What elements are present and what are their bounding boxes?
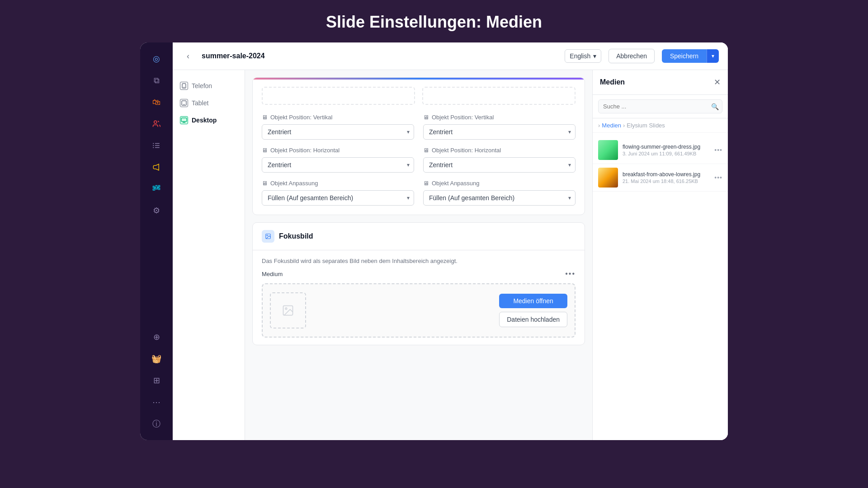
right-vertical-label: 🖥 Objekt Position: Vertikal bbox=[423, 114, 576, 121]
breadcrumb-separator: › bbox=[623, 122, 625, 129]
media-thumb-breakfast bbox=[598, 168, 618, 188]
medium-row: Medium ••• bbox=[262, 270, 576, 278]
nav-label-desktop: Desktop bbox=[192, 117, 217, 124]
fokusbild-card: Fokusbild Das Fokusbild wird als separat… bbox=[252, 222, 585, 345]
media-panel-title: Medien bbox=[600, 78, 625, 86]
sidebar: ◎ ⧉ 🛍 ⚙ ⊕ 🧺 ⊞ ⋯ ⓘ bbox=[140, 42, 173, 440]
left-nav: Telefon Tablet Desktop bbox=[173, 70, 245, 440]
nav-item-desktop[interactable]: Desktop bbox=[173, 112, 245, 129]
medium-label: Medium bbox=[262, 271, 283, 277]
right-anpassung: 🖥 Objekt Anpassung Füllen (Auf gesamten … bbox=[423, 180, 576, 206]
save-dropdown-button[interactable]: ▾ bbox=[707, 49, 719, 63]
sidebar-icon-more[interactable]: ⋯ bbox=[147, 393, 165, 411]
sidebar-icon-layers[interactable]: ⧉ bbox=[147, 71, 165, 89]
monitor-icon5: 🖥 bbox=[423, 147, 429, 154]
right-anpassung-select-wrapper: Füllen (Auf gesamten Bereich) Anpassen S… bbox=[423, 190, 576, 206]
right-horizontal-position: 🖥 Objekt Position: Horizontal Zentriert … bbox=[423, 147, 576, 173]
media-search-input[interactable] bbox=[598, 99, 722, 113]
desktop-icon bbox=[180, 116, 188, 124]
monitor-icon: 🖥 bbox=[262, 114, 268, 121]
fokusbild-title: Fokusbild bbox=[279, 232, 313, 240]
sidebar-icon-add[interactable]: ⊕ bbox=[147, 328, 165, 346]
sidebar-icon-puzzle[interactable] bbox=[147, 180, 165, 198]
media-meta-breakfast: 21. Mai 2024 um 18:48, 616.25KB bbox=[623, 178, 710, 184]
upload-buttons: Medien öffnen Dateien hochladen bbox=[499, 294, 567, 327]
svg-point-5 bbox=[153, 145, 154, 146]
position-card: 🖥 Objekt Position: Vertikal Zentriert Li… bbox=[252, 77, 585, 215]
left-vertical-position: 🖥 Objekt Position: Vertikal Zentriert Li… bbox=[262, 114, 414, 140]
media-upload-area: Medien öffnen Dateien hochladen bbox=[262, 283, 576, 338]
save-button[interactable]: Speichern bbox=[662, 49, 707, 63]
fokusbild-body: Das Fokusbild wird als separates Bild ne… bbox=[253, 250, 585, 345]
sidebar-icon-info[interactable]: ⓘ bbox=[147, 415, 165, 433]
left-vertical-select-wrapper: Zentriert Links Rechts Oben Unten bbox=[262, 124, 414, 140]
left-vertical-select[interactable]: Zentriert Links Rechts Oben Unten bbox=[262, 124, 414, 140]
sidebar-icon-settings[interactable]: ⚙ bbox=[147, 202, 165, 220]
left-anpassung: 🖥 Objekt Anpassung Füllen (Auf gesamten … bbox=[262, 180, 414, 206]
right-anpassung-select[interactable]: Füllen (Auf gesamten Bereich) Anpassen S… bbox=[423, 190, 576, 206]
left-horizontal-select[interactable]: Zentriert Links Rechts bbox=[262, 157, 414, 173]
media-item-breakfast[interactable]: breakfast-from-above-lowres.jpg 21. Mai … bbox=[593, 164, 728, 192]
page-title: Slide Einstellungen: Medien bbox=[0, 0, 868, 42]
image-placeholder bbox=[270, 292, 306, 328]
nav-item-tablet[interactable]: Tablet bbox=[173, 94, 245, 112]
media-thumb-dress bbox=[598, 140, 618, 160]
media-item-more-button-dress[interactable]: ••• bbox=[714, 146, 722, 154]
language-selector[interactable]: English ▾ bbox=[565, 49, 601, 63]
chevron-right-icon: › bbox=[598, 122, 600, 129]
right-anpassung-label: 🖥 Objekt Anpassung bbox=[423, 180, 576, 187]
cancel-button[interactable]: Abbrechen bbox=[609, 49, 655, 63]
fokusbild-header: Fokusbild bbox=[253, 223, 585, 250]
right-horizontal-select-wrapper: Zentriert Links Rechts bbox=[423, 157, 576, 173]
open-media-button[interactable]: Medien öffnen bbox=[499, 294, 567, 308]
search-icon: 🔍 bbox=[711, 103, 719, 110]
right-vertical-select-wrapper: Zentriert Links Rechts Oben Unten bbox=[423, 124, 576, 140]
sidebar-icon-shop[interactable]: 🛍 bbox=[147, 93, 165, 111]
left-horizontal-select-wrapper: Zentriert Links Rechts bbox=[262, 157, 414, 173]
telefon-icon bbox=[180, 82, 188, 90]
monitor-icon3: 🖥 bbox=[262, 180, 268, 187]
svg-point-4 bbox=[153, 143, 154, 144]
left-horizontal-position: 🖥 Objekt Position: Horizontal Zentriert … bbox=[262, 147, 414, 173]
language-value: English bbox=[570, 52, 590, 60]
media-item[interactable]: flowing-summer-green-dress.jpg 3. Juni 2… bbox=[593, 136, 728, 164]
content-area: ‹ summer-sale-2024 English ▾ Abbrechen S… bbox=[173, 42, 728, 440]
upload-button[interactable]: Dateien hochladen bbox=[499, 312, 567, 327]
fokusbild-description: Das Fokusbild wird als separates Bild ne… bbox=[262, 258, 576, 264]
sidebar-icon-megaphone[interactable] bbox=[147, 158, 165, 176]
sidebar-icon-users[interactable] bbox=[147, 115, 165, 133]
tablet-icon bbox=[180, 99, 188, 107]
breadcrumb-root[interactable]: Medien bbox=[602, 122, 621, 129]
media-name-breakfast: breakfast-from-above-lowres.jpg bbox=[623, 171, 710, 178]
media-item-more-button-breakfast[interactable]: ••• bbox=[714, 174, 722, 181]
media-search: 🔍 bbox=[593, 95, 728, 118]
media-panel-header: Medien ✕ bbox=[593, 70, 728, 95]
media-list: flowing-summer-green-dress.jpg 3. Juni 2… bbox=[593, 133, 728, 440]
monitor-icon2: 🖥 bbox=[262, 147, 268, 154]
right-vertical-select[interactable]: Zentriert Links Rechts Oben Unten bbox=[423, 124, 576, 140]
media-info-dress: flowing-summer-green-dress.jpg 3. Juni 2… bbox=[623, 144, 710, 156]
save-button-group: Speichern ▾ bbox=[662, 49, 719, 63]
right-vertical-position: 🖥 Objekt Position: Vertikal Zentriert Li… bbox=[423, 114, 576, 140]
back-button[interactable]: ‹ bbox=[182, 50, 194, 62]
nav-label-telefon: Telefon bbox=[192, 82, 212, 89]
main-scroll[interactable]: 🖥 Objekt Position: Vertikal Zentriert Li… bbox=[245, 70, 592, 440]
svg-rect-11 bbox=[181, 118, 187, 122]
project-name: summer-sale-2024 bbox=[202, 52, 557, 60]
sidebar-icon-table[interactable]: ⊞ bbox=[147, 371, 165, 389]
sidebar-icon-dashboard[interactable]: ◎ bbox=[147, 50, 165, 68]
chevron-down-icon: ▾ bbox=[593, 52, 596, 60]
media-breadcrumb: › Medien › Elysium Slides bbox=[593, 118, 728, 133]
nav-item-telefon[interactable]: Telefon bbox=[173, 77, 245, 94]
sidebar-icon-list[interactable] bbox=[147, 136, 165, 155]
left-anpassung-select-wrapper: Füllen (Auf gesamten Bereich) Anpassen S… bbox=[262, 190, 414, 206]
media-panel-close-button[interactable]: ✕ bbox=[714, 77, 721, 87]
left-anpassung-select[interactable]: Füllen (Auf gesamten Bereich) Anpassen S… bbox=[262, 190, 414, 206]
right-horizontal-select[interactable]: Zentriert Links Rechts bbox=[423, 157, 576, 173]
svg-point-0 bbox=[154, 121, 157, 123]
breadcrumb-current: Elysium Slides bbox=[627, 122, 665, 129]
sidebar-icon-basket[interactable]: 🧺 bbox=[147, 350, 165, 368]
body-layout: Telefon Tablet Desktop bbox=[173, 70, 728, 440]
monitor-icon4: 🖥 bbox=[423, 114, 429, 121]
medium-more-button[interactable]: ••• bbox=[565, 270, 576, 278]
